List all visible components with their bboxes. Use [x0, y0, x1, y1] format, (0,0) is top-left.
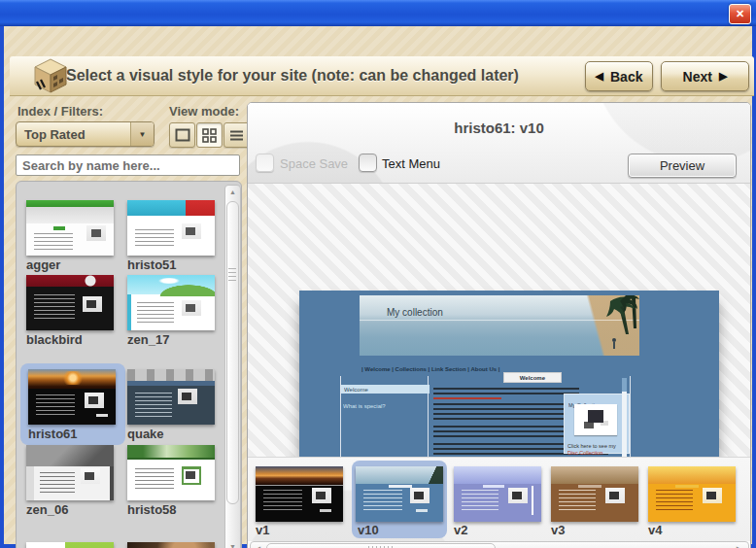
list-item-label: hristo51	[127, 257, 177, 272]
view-list-icon	[229, 129, 244, 142]
selected-style-title: hristo61: v10	[248, 120, 750, 136]
next-button[interactable]: Next ▶	[661, 61, 749, 91]
app-logo-icon	[31, 56, 70, 95]
scroll-left-icon[interactable]: ◀	[251, 542, 265, 548]
variant-item[interactable]	[256, 466, 343, 522]
site-sidebar-selected: Welcome	[341, 385, 430, 394]
view-list-button[interactable]	[223, 122, 250, 148]
site-banner: My collection	[360, 295, 639, 356]
site-sidebar-link: What is special?	[343, 395, 414, 413]
list-item-label: agger	[26, 257, 60, 272]
palm-trees	[571, 295, 639, 356]
site-collections-box: My Collections Click here to see my Disc…	[564, 394, 630, 454]
app-window: Select a visual style for your site (not…	[4, 26, 752, 544]
next-arrow-icon: ▶	[719, 70, 727, 83]
title-bar[interactable]: ✕	[0, 0, 756, 26]
space-save-label: Space Save	[280, 156, 348, 171]
list-item[interactable]	[127, 445, 215, 500]
scroll-down-icon[interactable]: ▼	[225, 540, 240, 548]
horizontal-scrollbar[interactable]: ◀ ▶	[250, 541, 749, 548]
list-item-label: zen_17	[127, 332, 169, 347]
variant-item-selected[interactable]	[356, 466, 443, 522]
view-grid-button[interactable]	[196, 122, 223, 148]
view-single-button[interactable]	[169, 122, 195, 148]
back-button[interactable]: ◀ Back	[585, 61, 653, 91]
filter-dropdown-value: Top Rated	[17, 127, 130, 142]
list-item-selected[interactable]	[28, 369, 116, 425]
variant-label: v4	[648, 523, 662, 537]
list-item[interactable]	[127, 275, 215, 330]
view-single-icon	[175, 128, 190, 142]
preview-button[interactable]: Preview	[628, 154, 737, 178]
disc-image	[574, 404, 617, 435]
list-item-partial[interactable]	[26, 542, 114, 548]
list-item[interactable]	[26, 200, 114, 256]
close-icon[interactable]: ✕	[729, 4, 751, 24]
list-item[interactable]	[127, 200, 215, 256]
chevron-down-icon: ▼	[130, 122, 154, 146]
list-item-label: zen_06	[26, 502, 68, 517]
search-input[interactable]	[16, 154, 240, 176]
list-item-label: quake	[127, 427, 164, 441]
variant-label: v1	[256, 523, 269, 537]
variant-item[interactable]	[648, 466, 736, 522]
view-mode-label: View mode:	[169, 104, 239, 119]
back-arrow-icon: ◀	[596, 70, 603, 83]
site-heading: Welcome	[503, 372, 562, 383]
scroll-right-icon[interactable]: ▶	[732, 542, 746, 548]
variant-item[interactable]	[551, 466, 638, 522]
variant-label: v10	[358, 523, 379, 537]
variant-label: v3	[551, 523, 565, 537]
vertical-scrollbar-thumb[interactable]	[226, 201, 239, 504]
text-menu-label: Text Menu	[382, 156, 440, 171]
page-title: Select a visual style for your site (not…	[66, 56, 519, 95]
list-item-label: blackbird	[26, 332, 83, 347]
view-grid-icon	[202, 128, 217, 143]
detail-panel: hristo61: v10 Space Save Text Menu Previ…	[247, 102, 751, 548]
list-item[interactable]	[26, 445, 114, 500]
list-item-label: hristo61	[28, 427, 78, 441]
list-item[interactable]	[26, 275, 114, 330]
vertical-scrollbar[interactable]: ▲ ▼	[224, 185, 241, 548]
variant-label: v2	[454, 523, 467, 537]
site-title: My collection	[387, 307, 443, 318]
horizontal-scrollbar-thumb[interactable]	[266, 543, 496, 548]
list-item-label: hristo58	[127, 502, 177, 517]
space-save-checkbox	[256, 154, 274, 172]
scroll-up-icon[interactable]: ▲	[225, 186, 240, 198]
list-item-partial[interactable]	[127, 542, 215, 548]
variant-item[interactable]	[454, 466, 541, 522]
index-filters-label: Index / Filters:	[17, 104, 103, 119]
list-item[interactable]	[127, 369, 215, 425]
styles-list-panel: agger hristo51 blackbird zen_17 hristo61…	[16, 181, 242, 548]
text-menu-checkbox[interactable]	[359, 154, 377, 172]
preview-area: My collection | Welcome | Collections | …	[248, 184, 750, 457]
filter-dropdown[interactable]: Top Rated ▼	[16, 121, 155, 147]
